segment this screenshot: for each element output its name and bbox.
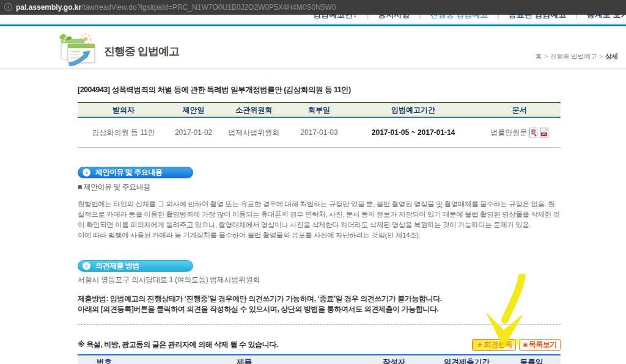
col-header-committee: 소관위원회 (218, 105, 290, 115)
plus-icon: ＋ (476, 339, 484, 350)
moderation-notice: ※ 욕설, 비방, 광고등의 글은 관리자에 의해 삭제 될 수 있습니다. (78, 340, 278, 350)
purpose-subheading: ■ 제안이유 및 주요내용 (78, 182, 150, 192)
register-opinion-label: 의견등록 (484, 340, 512, 350)
col-header-proposer: 발의자 (78, 105, 169, 115)
view-list-label: 목록보기 (529, 340, 557, 350)
browser-window: i pal.assembly.go.kr/law/readView.do?lgs… (0, 0, 626, 364)
bill-info-header-row: 발의자 제안일 소관위원회 회부일 입법예고기간 문서 (78, 102, 561, 118)
footer-note-row: ※ 욕설, 비방, 광고등의 글은 관리자에 의해 삭제 될 수 있습니다. ＋… (78, 338, 561, 351)
register-opinion-button[interactable]: ＋ 의견등록 (472, 339, 516, 351)
page-info-icon[interactable]: i (4, 3, 12, 11)
nav-separator: | (566, 15, 586, 19)
col-header-reg-date: 등록일 (503, 355, 561, 364)
submit-method-line-2: 아래의 [의견등록]버튼을 클릭하여 의견을 작성하실 수 있으시며, 상단의 … (78, 305, 439, 313)
col-header-title: 제목 (131, 355, 358, 364)
breadcrumb-current: 상세 (605, 53, 618, 60)
col-header-document: 문서 (479, 105, 561, 115)
section-header-submit-label: 의견제출 방법 (95, 261, 139, 271)
cell-notice-period: 2017-01-05 ~ 2017-01-14 (348, 128, 478, 137)
submit-address: 서울시 영등포구 의사당대로 1 (여의도동) 법제사법위원회 (78, 275, 260, 285)
url-domain: pal.assembly.go.kr (16, 3, 81, 12)
comments-header-row: 번호 제목 작성자 의견제출기간 등록일 (78, 355, 561, 364)
col-header-notice-period: 입법예고기간 (348, 105, 478, 115)
purpose-paragraph-1: 현행법에는 타인의 신체를 그 의사에 반하여 촬영 또는 유포한 경우에 대해… (78, 199, 561, 230)
nav-item-stats[interactable]: 통계로 보기 (587, 15, 626, 19)
action-buttons: ＋ 의견등록 ▣ 목록보기 (472, 339, 561, 351)
pdf-file-icon[interactable] (540, 128, 548, 137)
submit-method-text: 제출방법: 입법예고의 진행상태가 ‘진행중’일 경우에만 의견쓰기가 가능하며… (78, 294, 561, 315)
comments-table-header: 번호 제목 작성자 의견제출기간 등록일 (78, 354, 561, 364)
cell-proposal-date: 2017-01-02 (169, 128, 218, 137)
chevron-right-icon: › (83, 169, 90, 177)
purpose-paragraph-2: 이에 따라 범행에 사용된 카메라 등 기계장치를 몰수하여 불법 촬영물의 유… (78, 230, 561, 241)
list-icon: ▣ (523, 341, 528, 348)
chevron-right-icon: › (83, 262, 90, 270)
section-header-submit: › 의견제출 방법 (78, 260, 193, 272)
section-header-purpose: › 제안이유 및 주요내용 (78, 167, 193, 178)
col-header-author: 작성자 (358, 355, 430, 364)
bill-info-data-row: 김삼화의원 등 11인 2017-01-02 법제사법위원회 2017-01-0… (78, 118, 561, 148)
cell-document: 법률안원문 (479, 128, 561, 138)
breadcrumb-separator: > (597, 53, 605, 60)
bill-title: [2004943] 성폭력범죄의 처벌 등에 관한 특례법 일부개정법률안 (김… (78, 85, 561, 95)
submit-method-line-1: 제출방법: 입법예고의 진행상태가 ‘진행중’일 경우에만 의견쓰기가 가능하며… (78, 294, 442, 303)
main-content: [2004943] 성폭력범죄의 처벌 등에 관한 특례법 일부개정법률안 (김… (78, 0, 561, 364)
bill-info-table: 발의자 제안일 소관위원회 회부일 입법예고기간 문서 김삼화의원 등 11인 … (78, 102, 561, 148)
cell-referral-date: 2017-01-03 (290, 128, 348, 137)
view-list-button[interactable]: ▣ 목록보기 (519, 339, 561, 351)
col-header-number: 번호 (78, 355, 131, 364)
dashed-divider (78, 324, 561, 325)
cell-committee: 법제사법위원회 (218, 128, 290, 138)
section-header-purpose-label: 제안이유 및 주요내용 (95, 167, 162, 178)
cell-proposer: 김삼화의원 등 11인 (78, 128, 169, 138)
col-header-referral-date: 회부일 (290, 105, 348, 115)
col-header-period: 의견제출기간 (430, 355, 503, 364)
hwp-file-icon[interactable] (529, 128, 537, 137)
document-link-label[interactable]: 법률안원문 (490, 128, 527, 138)
col-header-proposal-date: 제안일 (169, 105, 218, 115)
